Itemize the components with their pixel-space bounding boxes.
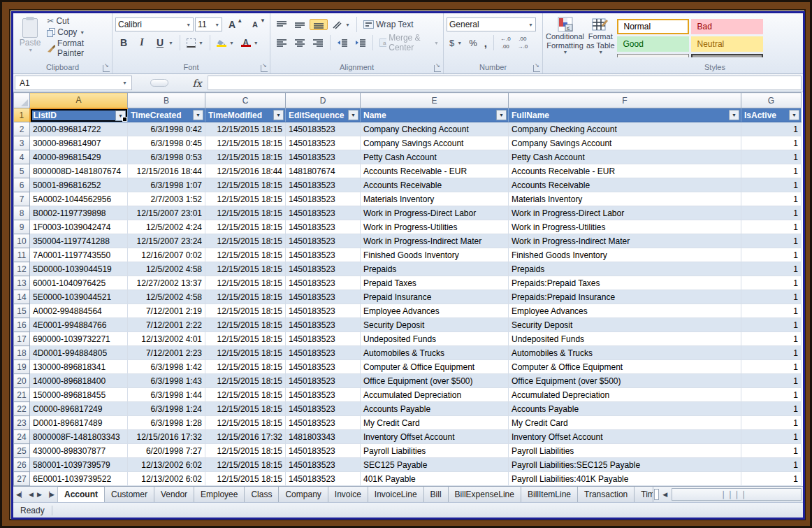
row-number[interactable]: 25 bbox=[14, 444, 30, 458]
horizontal-scrollbar[interactable]: ▏▏▏▏ bbox=[672, 488, 802, 501]
cell[interactable]: 1450183523 bbox=[286, 262, 361, 276]
row-number[interactable]: 22 bbox=[14, 402, 30, 416]
cell[interactable]: 1F0003-1039042474 bbox=[30, 220, 128, 234]
first-sheet-button[interactable]: ◀▏ bbox=[16, 491, 25, 498]
cell[interactable]: Accounts Receivable - EUR bbox=[361, 164, 509, 178]
cell[interactable]: 1 bbox=[741, 472, 802, 486]
font-dialog-launcher[interactable] bbox=[261, 65, 268, 72]
column-header-B[interactable]: B bbox=[128, 93, 205, 108]
row-number[interactable]: 19 bbox=[14, 360, 30, 374]
cell[interactable]: 12/15/2015 18:15 bbox=[205, 192, 286, 206]
cell[interactable]: 1450183523 bbox=[286, 416, 361, 430]
cell[interactable]: 1 bbox=[741, 220, 802, 234]
filter-dropdown-button[interactable]: ▼ bbox=[193, 110, 203, 120]
cell[interactable]: 1450183523 bbox=[286, 220, 361, 234]
cell[interactable]: Accumulated Depreciation bbox=[361, 388, 509, 402]
cell[interactable]: 12/15/2015 18:15 bbox=[205, 444, 286, 458]
cell[interactable]: 12/15/2015 18:15 bbox=[205, 388, 286, 402]
cell[interactable]: Security Deposit bbox=[361, 318, 509, 332]
row-number[interactable]: 9 bbox=[14, 220, 30, 234]
prev-sheet-button[interactable]: ◀ bbox=[29, 491, 34, 498]
cell[interactable]: 30000-896814907 bbox=[30, 136, 128, 150]
cell[interactable]: 1450183523 bbox=[286, 360, 361, 374]
cell[interactable]: Work in Progress-Direct Labor bbox=[361, 206, 509, 220]
cell[interactable]: 6/3/1998 0:53 bbox=[128, 150, 205, 164]
cell[interactable]: 6/3/1998 0:45 bbox=[128, 136, 205, 150]
cell[interactable]: Accounts Payable bbox=[509, 402, 741, 416]
filter-dropdown-button[interactable]: ▼ bbox=[496, 110, 507, 120]
sheet-tab-bill[interactable]: Bill bbox=[424, 487, 449, 502]
align-center-button[interactable] bbox=[291, 38, 308, 48]
increase-decimal-button[interactable]: ←.0.00 bbox=[498, 36, 514, 50]
cell[interactable]: 8000008D-1481807674 bbox=[30, 164, 128, 178]
header-cell[interactable]: TimeCreated▼ bbox=[128, 108, 205, 122]
row-number[interactable]: 16 bbox=[14, 318, 30, 332]
underline-button[interactable]: U▼ bbox=[152, 36, 176, 49]
cell-style-neutral[interactable]: Neutral bbox=[691, 36, 763, 52]
cell[interactable]: Payroll Liabilities bbox=[361, 444, 509, 458]
cell[interactable]: 1450183523 bbox=[286, 150, 361, 164]
cell[interactable]: Accounts Receivable bbox=[509, 178, 741, 192]
cell[interactable]: Company Savings Account bbox=[361, 136, 509, 150]
cell-style-calculation[interactable]: Calculation bbox=[617, 54, 689, 57]
cell[interactable]: 1450183523 bbox=[286, 290, 361, 304]
cell[interactable]: 1 bbox=[741, 276, 802, 290]
sheet-tab-transaction[interactable]: Transaction bbox=[578, 487, 635, 502]
italic-button[interactable]: I bbox=[133, 36, 150, 49]
cell[interactable]: 1 bbox=[741, 430, 802, 444]
cell[interactable]: Work in Progress-Utilities bbox=[509, 220, 741, 234]
cell[interactable]: 1450183523 bbox=[286, 276, 361, 290]
cell[interactable]: 12/15/2015 18:15 bbox=[205, 458, 286, 472]
cell[interactable]: Computer & Office Equipment bbox=[361, 360, 509, 374]
cell[interactable]: 1450183523 bbox=[286, 472, 361, 486]
cell[interactable]: Prepaid Insurance bbox=[361, 290, 509, 304]
cell[interactable]: Materials Inventory bbox=[361, 192, 509, 206]
cell[interactable]: 430000-898307877 bbox=[30, 444, 128, 458]
row-number[interactable]: 8 bbox=[14, 206, 30, 220]
cell[interactable]: Prepaids:Prepaid Insurance bbox=[509, 290, 741, 304]
cell[interactable]: Company Savings Account bbox=[509, 136, 741, 150]
last-sheet-button[interactable]: ▕▶ bbox=[45, 491, 55, 498]
column-header-C[interactable]: C bbox=[205, 93, 286, 108]
cell[interactable]: 12/15/2015 18:15 bbox=[205, 304, 286, 318]
cell[interactable]: A0002-994884564 bbox=[30, 304, 128, 318]
cell[interactable]: 1450183523 bbox=[286, 388, 361, 402]
cell-style-good[interactable]: Good bbox=[617, 36, 689, 52]
cell[interactable]: 12/15/2015 18:15 bbox=[205, 290, 286, 304]
cell[interactable]: 1450183523 bbox=[286, 192, 361, 206]
row-number[interactable]: 12 bbox=[14, 262, 30, 276]
select-all-button[interactable] bbox=[14, 93, 30, 108]
row-number[interactable]: 26 bbox=[14, 458, 30, 472]
cell[interactable]: 6/3/1998 1:24 bbox=[128, 402, 205, 416]
cell[interactable]: 40000-896815429 bbox=[30, 150, 128, 164]
cell[interactable]: 1481807674 bbox=[286, 164, 361, 178]
row-number[interactable]: 20 bbox=[14, 374, 30, 388]
cell[interactable]: 6/3/1998 1:43 bbox=[128, 374, 205, 388]
format-as-table-button[interactable]: Format as Table ▼ bbox=[584, 15, 616, 55]
column-header-A[interactable]: A bbox=[30, 93, 128, 108]
cell[interactable]: Payroll Liabilities:SEC125 Payable bbox=[509, 458, 741, 472]
cell[interactable]: 1450183523 bbox=[286, 234, 361, 248]
number-format-combo[interactable]: General▼ bbox=[447, 17, 536, 31]
row-number[interactable]: 10 bbox=[14, 234, 30, 248]
row-number[interactable]: 17 bbox=[14, 332, 30, 346]
cell[interactable]: 12/15/2015 18:15 bbox=[205, 248, 286, 262]
cell[interactable]: Office Equipment (over $500) bbox=[361, 374, 509, 388]
cell[interactable]: 12/13/2002 6:02 bbox=[128, 458, 205, 472]
row-number[interactable]: 6 bbox=[14, 178, 30, 192]
cell[interactable]: Accumulated Depreciation bbox=[509, 388, 741, 402]
cell[interactable]: Undeposited Funds bbox=[361, 332, 509, 346]
cell[interactable]: 1 bbox=[741, 374, 802, 388]
cell[interactable]: 1450183523 bbox=[286, 248, 361, 262]
cell[interactable]: SEC125 Payable bbox=[361, 458, 509, 472]
cell[interactable]: 12/5/2002 4:58 bbox=[128, 290, 205, 304]
header-cell[interactable]: ListID▼ bbox=[30, 108, 128, 122]
name-box[interactable]: A1 ▼ bbox=[15, 76, 132, 90]
cell[interactable]: 12/15/2016 17:32 bbox=[205, 430, 286, 444]
cell[interactable]: 12/15/2015 18:15 bbox=[205, 206, 286, 220]
cell[interactable]: Company Checking Account bbox=[509, 122, 741, 136]
cell[interactable]: 1450183523 bbox=[286, 206, 361, 220]
cell[interactable]: 1 bbox=[741, 402, 802, 416]
cell[interactable]: 12/15/2015 18:15 bbox=[205, 318, 286, 332]
row-number[interactable]: 1 bbox=[14, 108, 30, 122]
